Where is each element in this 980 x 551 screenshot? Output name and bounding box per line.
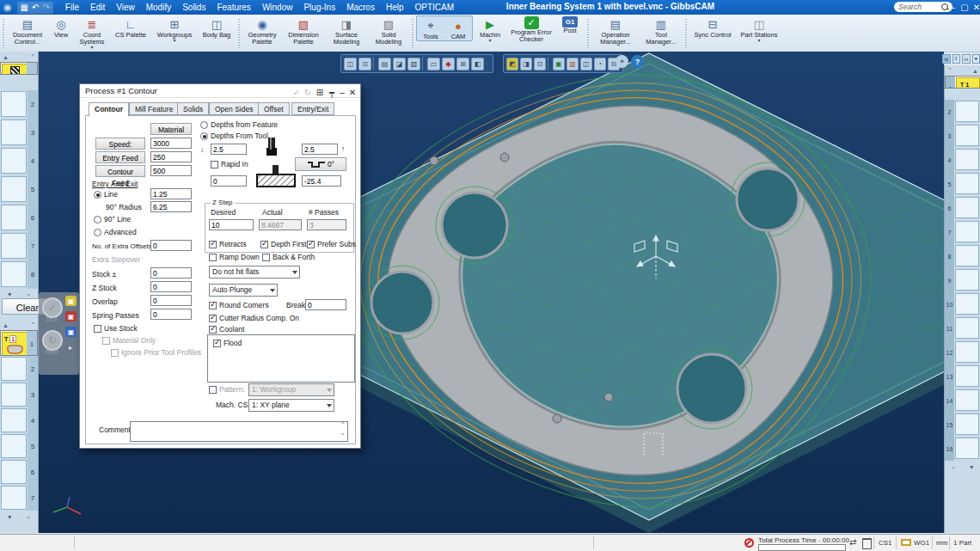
prefer-subs-label[interactable]: Prefer Subs bbox=[317, 240, 356, 248]
ribbon-item-geometry-palette[interactable]: ◉ Geometry Palette bbox=[242, 15, 282, 46]
pattern-checkbox[interactable] bbox=[209, 386, 217, 394]
entry-feed-field[interactable] bbox=[150, 151, 192, 162]
menu-solids[interactable]: Solids bbox=[182, 3, 205, 12]
view-tool-icon[interactable]: ◧ bbox=[471, 58, 484, 70]
line90-radio-label[interactable]: 90° Line bbox=[104, 215, 131, 223]
wg-indicator[interactable]: WG1 bbox=[914, 539, 929, 547]
dialog-minimize-icon[interactable]: – bbox=[337, 86, 347, 99]
dialog-title-bar[interactable]: Process #1 Contour ✓ ↻ ⊞ ┯ – ✕ bbox=[80, 84, 360, 98]
dialog-close-icon[interactable]: ✕ bbox=[347, 86, 358, 99]
ribbon-item-machining[interactable]: ▶ Machin ▾ bbox=[473, 15, 507, 43]
tool-slot[interactable]: 5 bbox=[0, 175, 38, 204]
view-tool-icon[interactable]: ▤ bbox=[378, 58, 391, 70]
tool-slot[interactable]: 6 bbox=[0, 204, 38, 232]
mach-cs-dropdown[interactable]: 1: XY plane bbox=[248, 399, 334, 412]
ribbon-item-coord-systems[interactable]: ≣ Coord Systems ▾ bbox=[74, 15, 110, 50]
depth-first-checkbox[interactable] bbox=[260, 241, 268, 248]
close-button[interactable]: ✕ bbox=[971, 3, 980, 12]
view-tool-icon[interactable]: ⊡ bbox=[534, 58, 546, 70]
use-stock-label[interactable]: Use Stock bbox=[104, 324, 138, 333]
operation-slot[interactable]: 13 bbox=[945, 364, 980, 389]
ribbon-item-post[interactable]: G1 Post bbox=[555, 15, 585, 34]
view-tool-icon[interactable]: ◔ bbox=[594, 58, 606, 70]
use-stock-checkbox[interactable] bbox=[94, 325, 101, 333]
coolant-listbox[interactable]: Flood bbox=[207, 334, 355, 383]
operation-slot-1[interactable]: 1 T 1 bbox=[945, 76, 980, 89]
ribbon-item-tools[interactable]: ⌖ Tools bbox=[417, 16, 444, 40]
tab-contour[interactable]: Contour bbox=[89, 102, 129, 117]
depths-tool-label[interactable]: Depths From Tool bbox=[211, 132, 268, 140]
search-input[interactable]: Search bbox=[894, 2, 952, 12]
spin-up-icon[interactable]: ⌃ bbox=[340, 421, 346, 429]
tab-entry-exit[interactable]: Entry/Exit bbox=[291, 102, 334, 115]
operation-slot[interactable]: 12 bbox=[945, 340, 980, 364]
operation-slot-1[interactable]: T 1 1 bbox=[0, 330, 38, 356]
pin-icon[interactable]: ┯ bbox=[327, 86, 337, 99]
ribbon-item-solid-modeling[interactable]: ▨ Solid Modeling bbox=[368, 15, 409, 46]
operation-slot[interactable]: 7 bbox=[0, 485, 38, 511]
operation-slot[interactable]: 9 bbox=[945, 268, 980, 292]
scroll-down-icon[interactable]: ▼ bbox=[969, 464, 975, 470]
round-corners-checkbox[interactable] bbox=[209, 302, 217, 309]
material-only-checkbox[interactable] bbox=[102, 337, 110, 345]
tool-slot[interactable]: 4 bbox=[0, 147, 38, 175]
round-corners-label[interactable]: Round Corners bbox=[219, 301, 269, 309]
speed-rpm-field[interactable] bbox=[150, 138, 192, 149]
app-logo-icon[interactable]: ◉ bbox=[3, 2, 12, 13]
tab-mill-feature[interactable]: Mill Feature bbox=[129, 102, 179, 115]
copy-window-icon[interactable]: ⊞ bbox=[315, 86, 325, 99]
crc-checkbox[interactable] bbox=[209, 315, 217, 322]
collapse-icon[interactable]: ⌃ bbox=[947, 67, 952, 74]
ribbon-item-tool-manager[interactable]: ▥ Tool Manager... bbox=[640, 15, 683, 46]
comment-field[interactable]: ⌃ ⌄ bbox=[130, 421, 348, 442]
overlap-field[interactable] bbox=[150, 295, 192, 306]
operation-slot[interactable]: 4 bbox=[945, 148, 980, 172]
desired-field[interactable] bbox=[209, 219, 254, 230]
depths-tool-radio[interactable] bbox=[200, 132, 208, 140]
line-radio[interactable] bbox=[94, 191, 101, 199]
back-forth-label[interactable]: Back & Forth bbox=[273, 253, 315, 261]
rapid-in-checkbox[interactable] bbox=[211, 161, 218, 168]
menu-edit[interactable]: Edit bbox=[90, 3, 105, 12]
scroll-end-icon[interactable]: ⌄ bbox=[26, 513, 31, 520]
save-icon[interactable]: ▦ bbox=[21, 3, 28, 12]
tool-slot[interactable]: 8 bbox=[0, 260, 38, 289]
dropdown-arrow-icon[interactable]: ▾ bbox=[757, 39, 760, 43]
toolbar-handle[interactable] bbox=[410, 17, 415, 48]
trash-icon[interactable] bbox=[862, 538, 872, 549]
break-field[interactable] bbox=[305, 299, 346, 310]
speed-rpm-button[interactable]: Speed: RPM bbox=[95, 138, 145, 150]
operation-slot[interactable]: 2 bbox=[945, 100, 980, 124]
tab-solids[interactable]: Solids bbox=[177, 102, 209, 115]
operation-slot[interactable]: 7 bbox=[945, 220, 980, 244]
operation-slot[interactable]: 11 bbox=[945, 316, 980, 340]
view-tool-icon[interactable]: ◨ bbox=[520, 58, 532, 70]
flood-checkbox[interactable] bbox=[213, 340, 221, 347]
prefer-subs-checkbox[interactable] bbox=[307, 241, 315, 248]
operation-slot[interactable]: 10 bbox=[945, 292, 980, 316]
ribbon-item-surface-modeling[interactable]: ◨ Surface Modeling bbox=[325, 15, 368, 46]
menu-help[interactable]: Help bbox=[386, 3, 404, 12]
undo-icon[interactable]: ↶ bbox=[32, 3, 39, 12]
view-tool-icon[interactable]: ▣ bbox=[553, 58, 565, 70]
marker-icon-blue[interactable]: ▣ bbox=[65, 327, 77, 337]
line-value-field[interactable] bbox=[150, 188, 192, 199]
scroll-up-icon[interactable]: ▲ bbox=[3, 322, 9, 328]
ribbon-item-dimension-palette[interactable]: ▧ Dimension Palette bbox=[282, 15, 325, 46]
contour-feed-button[interactable]: Contour Feed bbox=[95, 165, 145, 177]
view-tool-icon[interactable]: ⊡ bbox=[358, 58, 371, 70]
scroll-up-icon[interactable]: ▲ bbox=[3, 54, 9, 60]
view-tool-icon[interactable]: ◆ bbox=[442, 58, 455, 70]
surface-field[interactable] bbox=[211, 175, 247, 187]
view-tool-icon[interactable]: ▭ bbox=[427, 58, 440, 70]
user-icon[interactable]: ● bbox=[972, 54, 980, 64]
view-tool-icon[interactable]: ▧ bbox=[407, 58, 420, 70]
stock-field[interactable] bbox=[150, 267, 192, 279]
depths-feature-label[interactable]: Depths from Feature bbox=[211, 120, 278, 129]
help-icon[interactable]: ? bbox=[631, 55, 644, 68]
toolbar-handle[interactable] bbox=[1, 17, 6, 48]
ribbon-item-program-error-checker[interactable]: ✓ Program Error Checker bbox=[507, 15, 555, 43]
flats-dropdown[interactable]: Do not hit flats bbox=[209, 266, 300, 279]
tool-slot[interactable]: 7 bbox=[0, 232, 38, 260]
redo-icon[interactable]: ↷ bbox=[42, 3, 49, 12]
